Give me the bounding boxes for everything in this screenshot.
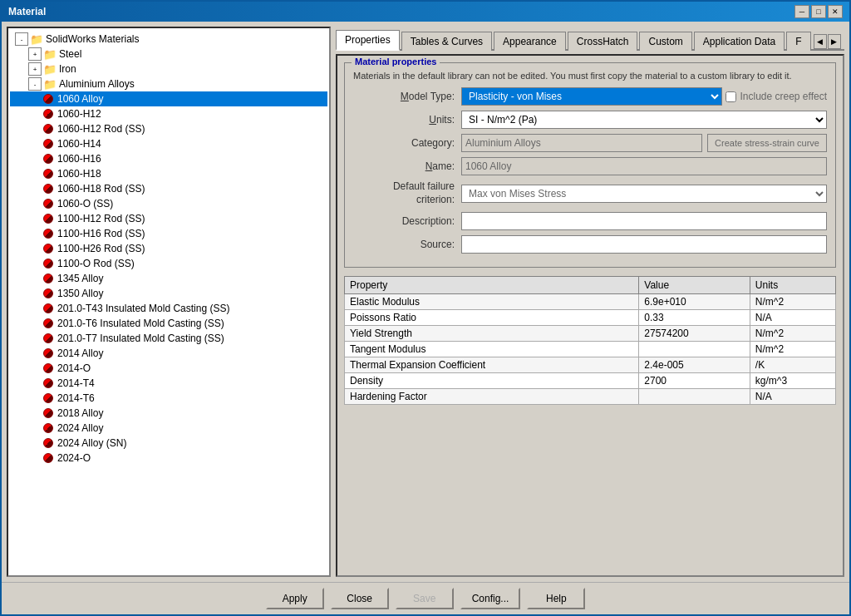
tab-custom[interactable]: Custom [639, 32, 691, 51]
failure-criterion-label: Default failurecriterion: [353, 180, 461, 206]
model-type-select[interactable]: Plasticity - von Mises [461, 87, 722, 106]
tree-item-1060-h18[interactable]: 1060-H18 [10, 166, 327, 181]
tree-item-steel[interactable]: + 📁 Steel [10, 47, 327, 62]
name-label: Name: [353, 160, 461, 172]
dialog-title: Material [8, 6, 46, 17]
item-label: 1100-O Rod (SS) [57, 258, 135, 269]
tree-item-1350-alloy[interactable]: 1350 Alloy [10, 286, 327, 301]
minimize-button[interactable]: ─ [794, 5, 809, 18]
cell-property: Tangent Modulus [345, 341, 639, 357]
units-select[interactable]: SI - N/m^2 (Pa) [461, 111, 827, 129]
config-button[interactable]: Config... [460, 588, 521, 609]
tab-tables-curves[interactable]: Tables & Curves [401, 32, 492, 51]
tree-item-1060-alloy[interactable]: 1060 Alloy [10, 91, 327, 106]
tree-item-1100-o-rod-ss[interactable]: 1100-O Rod (SS) [10, 256, 327, 271]
tab-prev-button[interactable]: ◀ [814, 34, 827, 49]
source-input[interactable] [461, 235, 827, 254]
cell-units: N/m^2 [750, 341, 835, 357]
tree-item-2018-alloy[interactable]: 2018 Alloy [10, 406, 327, 421]
material-ball-icon [42, 257, 55, 270]
content-panel: Material properties Materials in the def… [336, 54, 844, 577]
tree-item-201-t7[interactable]: 201.0-T7 Insulated Mold Casting (SS) [10, 331, 327, 346]
steel-expander[interactable]: + [28, 47, 42, 61]
tree-item-1100-h16-rod-ss[interactable]: 1100-H16 Rod (SS) [10, 226, 327, 241]
apply-button[interactable]: Apply [266, 588, 324, 609]
aluminium-expander[interactable]: - [28, 77, 42, 91]
tree-item-2014-alloy[interactable]: 2014 Alloy [10, 346, 327, 361]
close-button[interactable]: ✕ [828, 5, 843, 18]
item-label: 1060-H14 [57, 138, 101, 150]
cell-value: 0.33 [639, 309, 750, 325]
item-label: 1350 Alloy [57, 288, 103, 299]
tree-item-1060-o-ss[interactable]: 1060-O (SS) [10, 196, 327, 211]
item-label: 2014-O [57, 362, 91, 374]
failure-criterion-select[interactable]: Max von Mises Stress [461, 185, 827, 203]
iron-label: Iron [59, 63, 76, 75]
tab-appearance[interactable]: Appearance [494, 32, 566, 51]
tab-next-button[interactable]: ▶ [828, 34, 841, 49]
description-label: Description: [353, 215, 461, 227]
create-curve-button[interactable]: Create stress-strain curve [707, 134, 827, 152]
tree-panel[interactable]: - 📁 SolidWorks Materials + 📁 Steel + 📁 [7, 27, 331, 577]
tree-item-1060-h14[interactable]: 1060-H14 [10, 136, 327, 151]
tree-item-1100-h12-rod-ss[interactable]: 1100-H12 Rod (SS) [10, 211, 327, 226]
tree-item-1060-h16[interactable]: 1060-H16 [10, 151, 327, 166]
root-folder-icon: 📁 [30, 32, 43, 46]
root-expander[interactable]: - [15, 32, 28, 46]
tree-item-iron[interactable]: + 📁 Iron [10, 62, 327, 76]
tree-item-201-t6[interactable]: 201.0-T6 Insulated Mold Casting (SS) [10, 316, 327, 331]
category-row: Category: Create stress-strain curve [353, 134, 827, 152]
tree-item-1060-h12[interactable]: 1060-H12 [10, 106, 327, 121]
tab-crosshatch[interactable]: CrossHatch [568, 32, 638, 51]
cell-property: Thermal Expansion Coefficient [345, 357, 639, 372]
tree-item-2014-t6[interactable]: 2014-T6 [10, 391, 327, 406]
material-ball-icon [42, 317, 55, 330]
save-button[interactable]: Save [396, 588, 454, 609]
item-label: 201.0-T7 Insulated Mold Casting (SS) [57, 333, 224, 344]
tree-item-2024-alloy[interactable]: 2024 Alloy [10, 421, 327, 436]
item-label: 201.0-T43 Insulated Mold Casting (SS) [57, 303, 229, 314]
cell-property: Poissons Ratio [345, 309, 639, 325]
tree-item-1060-h12-rod-ss[interactable]: 1060-H12 Rod (SS) [10, 121, 327, 136]
failure-criterion-select-wrapper: Max von Mises Stress [461, 185, 827, 203]
tree-item-aluminium-alloys[interactable]: - 📁 Aluminium Alloys [10, 76, 327, 91]
tree-item-2024-o[interactable]: 2024-O [10, 451, 327, 466]
material-ball-icon [42, 227, 55, 240]
tree-root-item[interactable]: - 📁 SolidWorks Materials [10, 32, 327, 47]
item-label: 1100-H12 Rod (SS) [57, 213, 145, 224]
tree-item-1100-h26-rod-ss[interactable]: 1100-H26 Rod (SS) [10, 241, 327, 256]
include-creep-label: Include creep effect [726, 91, 827, 102]
cell-value: 27574200 [639, 325, 750, 341]
item-label: 1060-H18 [57, 168, 101, 180]
tab-properties[interactable]: Properties [336, 30, 400, 51]
tree-item-1060-h18-rod-ss[interactable]: 1060-H18 Rod (SS) [10, 181, 327, 196]
material-ball-icon [42, 122, 55, 136]
tree-item-201-t43[interactable]: 201.0-T43 Insulated Mold Casting (SS) [10, 301, 327, 316]
close-button-footer[interactable]: Close [331, 588, 389, 609]
item-1060-alloy-label: 1060 Alloy [57, 93, 103, 105]
include-creep-checkbox[interactable] [726, 91, 736, 102]
tab-f[interactable]: F [786, 32, 810, 51]
title-bar: Material ─ □ ✕ [2, 2, 849, 22]
tree-item-2014-o[interactable]: 2014-O [10, 361, 327, 376]
tree-item-1345-alloy[interactable]: 1345 Alloy [10, 271, 327, 286]
item-label: 2024 Alloy [57, 422, 103, 434]
iron-expander[interactable]: + [28, 62, 42, 76]
description-input[interactable] [461, 212, 827, 230]
maximize-button[interactable]: □ [811, 5, 826, 18]
tree-item-2014-t4[interactable]: 2014-T4 [10, 376, 327, 391]
tab-application-data[interactable]: Application Data [694, 32, 785, 51]
tree-item-2024-alloy-sn[interactable]: 2024 Alloy (SN) [10, 436, 327, 451]
model-type-row: Model Type: Plasticity - von Mises Inclu… [353, 87, 827, 106]
material-ball-icon [42, 212, 55, 225]
units-select-wrapper: SI - N/m^2 (Pa) [461, 111, 827, 129]
cell-value: 6.9e+010 [639, 293, 750, 309]
table-row: Yield Strength27574200N/m^2 [345, 325, 836, 341]
help-button[interactable]: Help [527, 588, 585, 609]
cell-units: N/m^2 [750, 293, 835, 309]
properties-table: Property Value Units Elastic Modulus6.9e… [344, 276, 836, 405]
steel-folder-icon: 📁 [43, 47, 57, 61]
right-panel: Properties Tables & Curves Appearance Cr… [336, 27, 844, 577]
category-input [461, 134, 702, 152]
aluminium-folder-icon: 📁 [43, 77, 57, 91]
